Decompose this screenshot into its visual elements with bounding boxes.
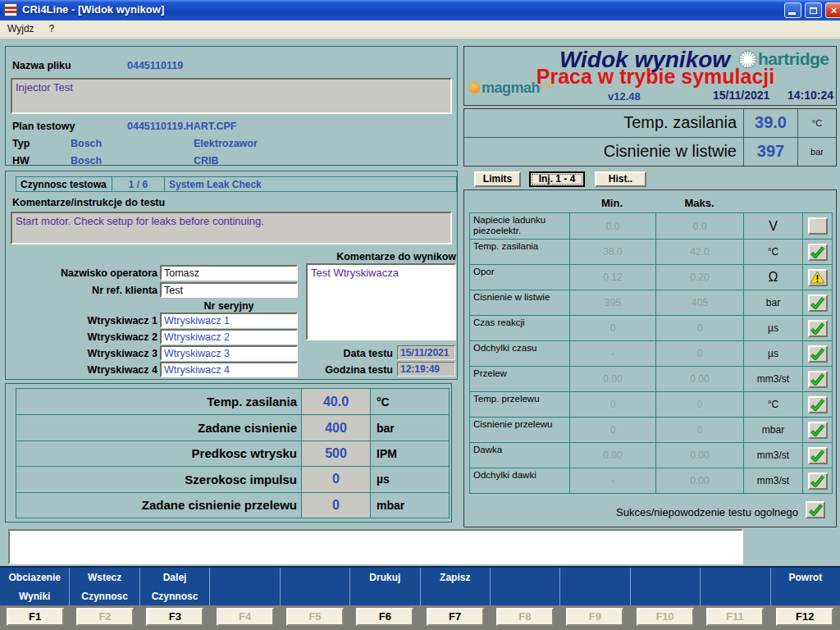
result-unit: Ω [743,264,802,290]
fkey-label-f2: WsteczCzynnosc [70,568,139,605]
injector-2-input[interactable] [160,329,298,345]
instructions-label: Komentarze/instrukcje do testu [12,197,165,208]
hw-label: HW [12,155,30,167]
result-unit: mm3/st [743,366,802,391]
result-row-label: Czas reakcji [470,315,569,340]
result-unit: bar [743,290,802,315]
min-column-header: Min. [568,197,655,209]
fkey-label-f10 [631,568,701,605]
operator-name-label: Nazwisko operatora [6,267,158,279]
setpoint-value: 0 [301,492,370,518]
menu-bar: Wyjdz? [0,21,840,38]
result-min-value: 0 [569,315,655,340]
fkey-label-line1: Obciazenie [0,572,69,583]
fkey-button-f4[interactable]: F4 [217,608,274,626]
fkey-button-f8[interactable]: F8 [496,608,554,626]
result-status-cell [802,213,832,239]
close-button[interactable]: × [825,2,840,18]
restore-button[interactable] [805,2,822,18]
fkey-slot-f5: F5 [280,605,349,630]
restore-icon [810,7,817,14]
injector-2-label: Wtryskiwacz 2 [6,331,158,343]
setpoint-value: 400 [301,414,370,440]
main-area: Nazwa pliku 0445110119 Injector Test Pla… [0,38,840,566]
fkey-button-f6[interactable]: F6 [356,608,413,626]
result-row-label: Temp. przelewu [470,391,569,417]
menu-item-exit[interactable]: Wyjdz [0,21,42,37]
tab-limits[interactable]: Limits [474,171,521,187]
injector-3-label: Wtryskiwacz 3 [6,348,158,359]
setpoint-value: 0 [301,466,370,491]
instructions-textarea[interactable]: Start motor. Check setup for leaks befor… [11,212,452,244]
fkey-button-f12[interactable]: F12 [776,608,833,626]
result-min-value: 0.00 [569,442,655,468]
result-status-cell [802,340,832,366]
fkey-button-f2[interactable]: F2 [76,608,134,626]
result-unit: µs [743,340,802,366]
result-unit: °C [743,391,802,417]
typ-label: Typ [12,138,30,149]
test-time-label: Godzina testu [272,364,393,376]
fkey-label-line2: Czynnosc [70,591,139,602]
pass-check-icon [808,345,828,363]
live-values-panel: Temp. zasilania39.0°CCisnienie w listwie… [463,108,837,167]
pass-check-icon [808,244,828,261]
file-name-label: Nazwa pliku [12,60,71,71]
warning-icon [808,269,828,286]
fkey-button-f5[interactable]: F5 [286,608,344,626]
fkey-label-line1: Powrot [771,572,840,583]
client-ref-input[interactable] [160,282,298,298]
fkey-slot-f3: F3 [140,605,210,630]
fkey-slot-f9: F9 [560,605,630,630]
fkey-slot-f11: F11 [700,605,769,630]
results-comments-textarea[interactable]: Test Wtryskiwacza [306,263,456,340]
result-min-value: 0 [569,391,655,417]
fkey-label-line1: Drukuj [350,572,419,583]
minimize-button[interactable] [784,2,801,18]
fkey-button-f11[interactable]: F11 [706,608,764,626]
result-row-label: Cisnienie w listwie [470,290,569,315]
live-values-table: Temp. zasilania39.0°CCisnienie w listwie… [464,109,836,166]
tab-hist[interactable]: Hist.. [595,171,646,187]
fkey-label-f7: Zapisz [421,568,491,605]
fkey-label-f6: Drukuj [350,568,420,605]
result-row-label: Opor [470,264,569,290]
window-title: CRi4Line - [Widok wynikow] [22,3,164,16]
serial-number-header: Nr seryjny [160,300,298,312]
results-tabs: LimitsInj. 1 - 4Hist.. [0,171,840,188]
menu-item-help[interactable]: ? [42,21,62,37]
tab-inj-1-4[interactable]: Inj. 1 - 4 [529,171,585,187]
fkey-slot-f2: F2 [70,605,139,630]
setpoint-unit: bar [370,414,449,440]
hw-value: Bosch [71,155,102,167]
setpoint-unit: mbar [370,492,449,518]
app-window: { "window": { "title": "CRi4Line - [Wido… [0,0,840,630]
fkey-slot-f10: F10 [630,605,700,630]
operator-name-input[interactable] [160,265,298,281]
setpoint-unit: IPM [370,441,449,466]
result-status-cell [802,417,832,442]
fkey-button-f7[interactable]: F7 [427,608,484,626]
result-unit: mbar [743,417,802,442]
fkey-button-f9[interactable]: F9 [566,608,623,626]
pass-check-icon [808,371,828,388]
test-name-textarea[interactable]: Injector Test [11,78,452,114]
result-row-label: Cisnienie przelewu [470,417,569,442]
result-max-value: 0 [655,417,743,442]
fkey-button-f1[interactable]: F1 [7,608,64,626]
date-label: 15/11/2021 [713,89,769,102]
live-value-unit: bar [797,138,836,167]
injector-4-label: Wtryskiwacz 4 [6,364,158,376]
result-max-value: 0 [655,340,743,366]
result-row-label: Dawka [470,442,569,468]
fkey-button-f3[interactable]: F3 [146,608,203,626]
setpoint-label: Zadane cisnienie przelewu [16,492,301,518]
result-status-cell [802,264,832,290]
fkey-label-f4 [210,568,280,605]
injector-1-input[interactable] [160,313,298,328]
results-header-panel: Widok wynikow Praca w trybie symulacji m… [463,46,837,106]
result-max-value: 0 [655,315,743,340]
fkey-button-f10[interactable]: F10 [637,608,694,626]
result-max-value: 0.0 [655,213,743,239]
live-value-unit: °C [797,109,836,138]
